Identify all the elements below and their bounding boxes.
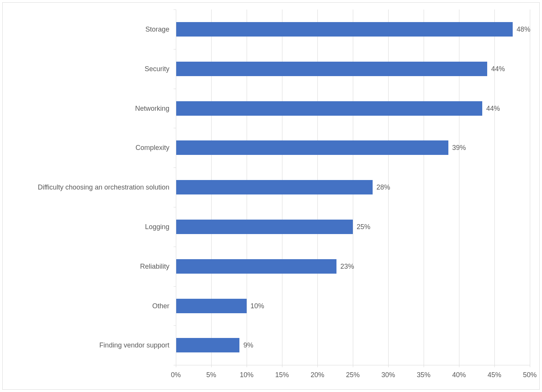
y-tick-label: Networking (135, 104, 169, 112)
bar (176, 62, 487, 76)
bar (176, 220, 353, 234)
y-tick-label: Complexity (136, 144, 169, 152)
y-tick-mark (174, 325, 176, 326)
bar (176, 259, 336, 274)
x-tick-mark (530, 365, 530, 367)
y-tick-mark (174, 89, 176, 89)
gridline (530, 10, 530, 365)
bar-value-label: 44% (491, 65, 505, 73)
x-tick-label: 45% (488, 371, 501, 379)
y-tick-label: Logging (145, 223, 169, 231)
bar (176, 299, 247, 313)
bar-value-label: 44% (486, 104, 500, 112)
y-tick-mark (174, 365, 176, 365)
y-tick-label: Finding vendor support (99, 341, 169, 349)
bar-value-label: 10% (250, 302, 264, 310)
plot-area: 48%44%44%39%28%25%23%10%9% 0%5%10%15%20%… (3, 3, 539, 389)
y-tick-label: Other (152, 302, 169, 310)
bar-value-label: 9% (243, 341, 253, 349)
bar (176, 338, 239, 352)
x-tick-label: 0% (171, 371, 181, 379)
y-tick-label: Storage (145, 25, 169, 33)
bar-value-label: 48% (516, 25, 530, 33)
y-tick-label: Difficulty choosing an orchestration sol… (38, 183, 169, 191)
y-tick-label: Security (145, 65, 169, 73)
bar-value-label: 23% (340, 262, 354, 270)
x-axis-line (176, 365, 530, 365)
y-axis-line (176, 10, 176, 365)
x-tick-label: 50% (523, 371, 537, 379)
x-tick-label: 10% (240, 371, 253, 379)
y-tick-mark (174, 49, 176, 49)
bar (176, 101, 482, 116)
y-tick-mark (174, 286, 176, 287)
bar-value-label: 25% (357, 223, 370, 231)
x-tick-label: 15% (275, 371, 289, 379)
x-tick-label: 30% (381, 371, 395, 379)
y-tick-mark (174, 167, 176, 168)
x-tick-label: 20% (311, 371, 324, 379)
x-tick-label: 5% (206, 371, 216, 379)
x-tick-label: 25% (346, 371, 360, 379)
x-tick-label: 35% (417, 371, 430, 379)
y-tick-label: Reliability (140, 262, 169, 270)
chart-frame: 48%44%44%39%28%25%23%10%9% 0%5%10%15%20%… (2, 2, 540, 390)
gridline (494, 10, 495, 365)
y-tick-mark (174, 207, 176, 207)
bar (176, 22, 513, 37)
y-tick-mark (174, 128, 176, 128)
bar (176, 140, 448, 155)
bar (176, 180, 373, 194)
y-tick-mark (174, 10, 176, 10)
bar-value-label: 39% (452, 144, 466, 152)
x-tick-label: 40% (452, 371, 466, 379)
bar-value-label: 28% (376, 183, 390, 191)
y-tick-mark (174, 247, 176, 247)
